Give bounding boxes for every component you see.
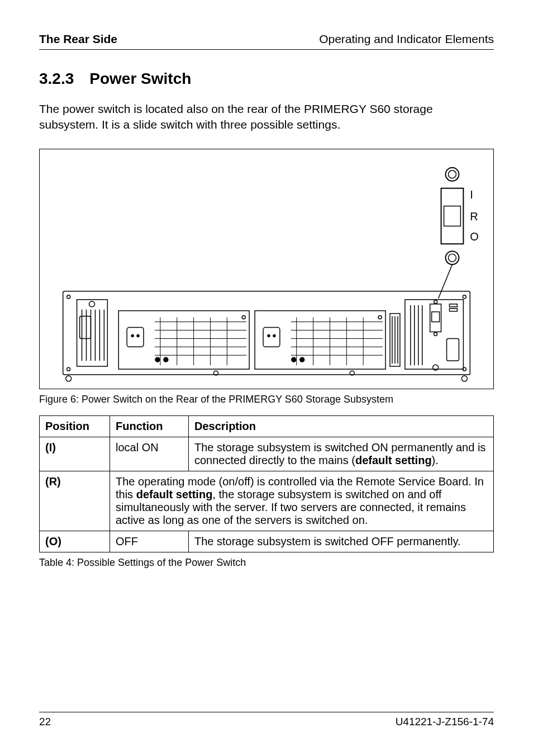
svg-point-36 — [300, 357, 304, 362]
svg-rect-53 — [449, 304, 457, 306]
svg-rect-45 — [432, 311, 440, 322]
section-number: 3.2.3 — [39, 70, 74, 88]
switch-closeup: I R O — [439, 168, 479, 299]
footer-page-number: 22 — [39, 716, 51, 728]
svg-rect-24 — [127, 327, 144, 347]
svg-rect-7 — [63, 291, 470, 375]
svg-rect-52 — [446, 338, 459, 361]
cell-function-o: OFF — [110, 531, 189, 552]
figure-power-switch: I R O — [39, 149, 494, 389]
svg-point-10 — [67, 367, 70, 371]
cell-function-i: local ON — [110, 437, 189, 471]
svg-point-8 — [67, 295, 70, 298]
th-function: Function — [110, 415, 189, 437]
svg-point-0 — [446, 168, 459, 181]
settings-table: Position Function Description (I) local … — [39, 415, 494, 552]
switch-label-r: R — [470, 210, 478, 223]
section-heading: 3.2.3Power Switch — [39, 70, 494, 88]
svg-point-26 — [137, 334, 139, 337]
th-position: Position — [40, 415, 110, 437]
svg-point-27 — [155, 357, 160, 362]
svg-rect-31 — [255, 310, 386, 369]
svg-rect-14 — [77, 299, 108, 366]
figure-caption: Figure 6: Power Switch on the Rear of th… — [39, 394, 494, 405]
svg-line-6 — [439, 264, 453, 299]
intro-paragraph: The power switch is located also on the … — [39, 101, 494, 133]
cell-desc-o: The storage subsystem is switched OFF pe… — [189, 531, 494, 552]
svg-rect-32 — [263, 327, 280, 347]
chassis-rear — [63, 291, 470, 381]
th-description: Description — [189, 415, 494, 437]
table-header-row: Position Function Description — [40, 415, 494, 437]
svg-point-25 — [131, 334, 134, 337]
page-footer: 22 U41221-J-Z156-1-74 — [39, 712, 494, 728]
page-header: The Rear Side Operating and Indicator El… — [39, 32, 494, 50]
svg-point-35 — [292, 357, 296, 362]
svg-rect-22 — [80, 316, 91, 338]
svg-point-13 — [461, 376, 467, 381]
table-row: (O) OFF The storage subsystem is switche… — [40, 531, 494, 552]
cell-desc-i: The storage subsystem is switched ON per… — [189, 437, 494, 471]
header-left-text: The Rear Side — [39, 32, 117, 45]
svg-point-37 — [378, 315, 382, 319]
svg-point-9 — [463, 295, 466, 298]
svg-point-2 — [446, 251, 459, 264]
svg-rect-5 — [444, 206, 461, 226]
desc-i-pre: The storage subsystem is switched ON per… — [194, 441, 486, 466]
svg-point-12 — [66, 376, 72, 381]
svg-point-1 — [448, 171, 456, 178]
figure-diagram: I R O — [40, 149, 493, 389]
switch-label-o: O — [470, 230, 478, 243]
svg-point-28 — [164, 357, 168, 362]
desc-i-post: ). — [432, 454, 439, 466]
table-row: (I) local ON The storage subsystem is sw… — [40, 437, 494, 471]
svg-point-33 — [268, 334, 270, 337]
cell-position-o: (O) — [40, 531, 110, 552]
svg-point-46 — [434, 300, 437, 303]
header-right: Operating and Indicator Elements — [319, 32, 494, 46]
header-left: The Rear Side — [39, 32, 117, 46]
desc-i-bold: default setting — [355, 454, 432, 466]
footer-doc-id: U41221-J-Z156-1-74 — [396, 716, 494, 728]
svg-rect-54 — [449, 308, 457, 311]
svg-rect-23 — [118, 310, 249, 369]
switch-label-i: I — [470, 188, 473, 200]
svg-point-15 — [89, 301, 94, 306]
cell-position-i: (I) — [40, 437, 110, 471]
desc-r-bold: default setting — [136, 488, 213, 500]
cell-position-r: (R) — [40, 471, 110, 531]
svg-point-34 — [273, 334, 275, 337]
svg-point-47 — [434, 332, 437, 336]
cell-desc-r: The operating mode (on/off) is controlle… — [110, 471, 494, 531]
table-row: (R) The operating mode (on/off) is contr… — [40, 471, 494, 531]
svg-point-29 — [242, 315, 245, 319]
svg-rect-4 — [441, 188, 464, 244]
table-caption: Table 4: Possible Settings of the Power … — [39, 557, 494, 569]
section-title-text: Power Switch — [89, 70, 191, 87]
svg-point-3 — [448, 254, 456, 262]
